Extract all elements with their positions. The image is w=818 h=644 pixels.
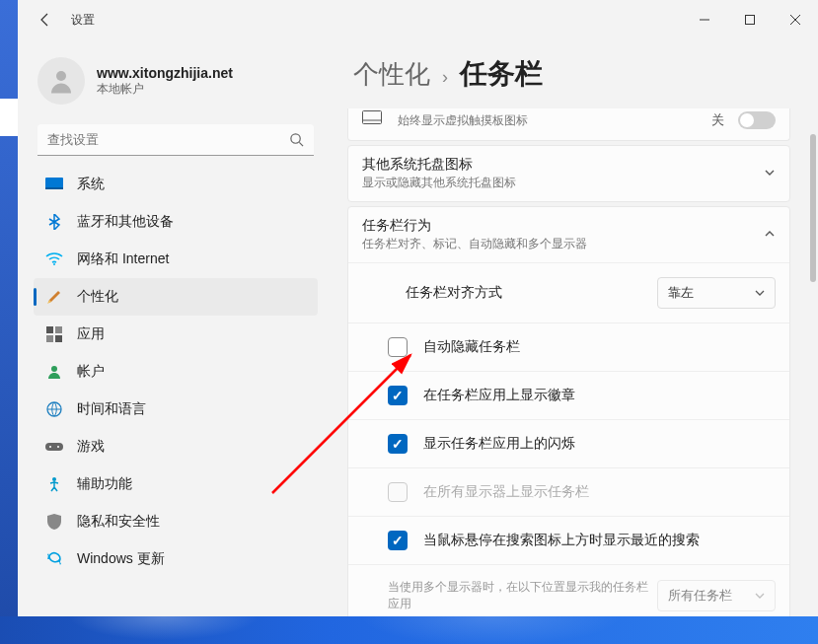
sidebar-item-time-language[interactable]: 时间和语言 — [34, 391, 318, 428]
svg-rect-0 — [746, 16, 755, 25]
window-title: 设置 — [71, 12, 95, 29]
nav-label: 游戏 — [77, 438, 105, 456]
nav-label: 个性化 — [77, 288, 118, 306]
svg-point-14 — [57, 446, 59, 448]
panel-tray-icons: 其他系统托盘图标 显示或隐藏其他系统托盘图标 — [347, 145, 790, 202]
panel-subtitle: 显示或隐藏其他系统托盘图标 — [362, 175, 764, 191]
access-icon — [45, 475, 63, 493]
main-content: 个性化 › 任务栏 始终显示虚拟触摸板图标 关 其他系统托盘图标 显示或隐藏其他… — [334, 45, 818, 616]
window-controls — [682, 4, 818, 36]
nav-label: 系统 — [77, 176, 105, 193]
panel-head[interactable]: 其他系统托盘图标 显示或隐藏其他系统托盘图标 — [348, 146, 789, 201]
settings-window: 设置 www.xitongzhijia.net 本地帐户 系统 蓝牙和其他 — [18, 0, 818, 616]
sidebar-item-privacy[interactable]: 隐私和安全性 — [34, 503, 318, 540]
game-icon — [45, 438, 63, 456]
panel-title: 其他系统托盘图标 — [362, 156, 764, 174]
search-icon — [289, 132, 304, 151]
sidebar-item-windows-update[interactable]: Windows 更新 — [34, 540, 318, 578]
svg-rect-4 — [45, 187, 63, 189]
row-badges[interactable]: 在任务栏应用上显示徽章 — [348, 371, 789, 419]
search-wrap — [37, 124, 314, 156]
panel-subtitle: 始终显示虚拟触摸板图标 — [398, 112, 711, 129]
svg-point-13 — [49, 446, 51, 448]
checkbox-badges[interactable] — [388, 386, 408, 405]
panel-subtitle: 任务栏对齐、标记、自动隐藏和多个显示器 — [362, 236, 764, 252]
row-alignment: 任务栏对齐方式 靠左 — [348, 262, 789, 322]
close-button[interactable] — [773, 4, 818, 36]
nav-label: 隐私和安全性 — [77, 513, 160, 531]
desktop-partial-icon — [0, 99, 18, 136]
panel-taskbar-behavior: 任务栏行为 任务栏对齐、标记、自动隐藏和多个显示器 任务栏对齐方式 靠左 自动隐… — [347, 206, 790, 616]
titlebar: 设置 — [18, 0, 818, 39]
minimize-button[interactable] — [682, 4, 727, 36]
touchpad-icon — [362, 110, 384, 130]
chevron-down-icon — [755, 288, 765, 298]
checkbox-all-displays — [388, 482, 408, 502]
row-auto-hide[interactable]: 自动隐藏任务栏 — [348, 322, 789, 371]
row-label: 在任务栏应用上显示徽章 — [423, 387, 776, 404]
nav-list: 系统 蓝牙和其他设备 网络和 Internet 个性化 应用 帐户 时间和语言 … — [28, 166, 324, 578]
multi-display-select: 所有任务栏 — [657, 580, 776, 611]
monitor-icon — [45, 176, 63, 193]
sidebar-item-accessibility[interactable]: 辅助功能 — [34, 465, 318, 503]
sidebar-item-network[interactable]: 网络和 Internet — [34, 241, 318, 278]
row-label: 在所有显示器上显示任务栏 — [423, 483, 776, 501]
chevron-up-icon — [764, 228, 776, 243]
select-value: 靠左 — [668, 284, 694, 302]
svg-point-2 — [291, 134, 300, 143]
wifi-icon — [45, 250, 63, 268]
account-name: www.xitongzhijia.net — [97, 65, 233, 81]
account-type: 本地帐户 — [97, 81, 233, 98]
nav-label: 帐户 — [77, 363, 105, 381]
shield-icon — [45, 513, 63, 531]
row-flash[interactable]: 显示任务栏应用上的闪烁 — [348, 419, 789, 467]
account-block[interactable]: www.xitongzhijia.net 本地帐户 — [28, 51, 324, 120]
row-multi-display: 当使用多个显示器时，在以下位置显示我的任务栏应用 所有任务栏 — [348, 564, 789, 616]
svg-rect-12 — [45, 443, 63, 451]
row-label: 当使用多个显示器时，在以下位置显示我的任务栏应用 — [388, 579, 657, 612]
sidebar-item-accounts[interactable]: 帐户 — [34, 353, 318, 391]
breadcrumb: 个性化 › 任务栏 — [334, 45, 804, 108]
update-icon — [45, 550, 63, 568]
panel-virtual-touchpad: 始终显示虚拟触摸板图标 关 — [347, 108, 790, 141]
svg-point-15 — [52, 477, 56, 481]
apps-icon — [45, 325, 63, 343]
svg-rect-9 — [55, 335, 62, 342]
person-icon — [45, 363, 63, 381]
row-label: 当鼠标悬停在搜索图标上方时显示最近的搜索 — [423, 532, 776, 549]
sidebar-item-gaming[interactable]: 游戏 — [34, 428, 318, 465]
checkbox-search-hover[interactable] — [388, 531, 408, 550]
breadcrumb-parent[interactable]: 个性化 — [353, 57, 430, 92]
toggle-switch[interactable] — [738, 111, 776, 129]
sidebar-item-apps[interactable]: 应用 — [34, 316, 318, 353]
back-button[interactable] — [30, 4, 61, 36]
alignment-select[interactable]: 靠左 — [657, 277, 776, 309]
svg-point-10 — [51, 366, 57, 372]
checkbox-flash[interactable] — [388, 434, 408, 454]
chevron-down-icon — [755, 591, 765, 601]
chevron-right-icon: › — [442, 67, 448, 88]
row-search-hover[interactable]: 当鼠标悬停在搜索图标上方时显示最近的搜索 — [348, 516, 789, 564]
checkbox-auto-hide[interactable] — [388, 337, 408, 357]
maximize-button[interactable] — [727, 4, 773, 36]
panel-head[interactable]: 始终显示虚拟触摸板图标 关 — [348, 108, 789, 140]
sidebar-item-system[interactable]: 系统 — [34, 166, 318, 203]
chevron-down-icon — [764, 167, 776, 181]
toggle-state-label: 关 — [711, 111, 724, 129]
avatar — [37, 57, 85, 105]
desktop-taskbar-strip — [0, 616, 818, 644]
sidebar-item-personalization[interactable]: 个性化 — [34, 278, 318, 316]
desktop-left-edge — [0, 0, 18, 644]
svg-rect-8 — [46, 335, 53, 342]
sidebar-item-bluetooth[interactable]: 蓝牙和其他设备 — [34, 203, 318, 241]
svg-point-1 — [56, 71, 66, 81]
nav-label: 辅助功能 — [77, 475, 132, 493]
scrollbar-thumb[interactable] — [810, 134, 816, 282]
globe-icon — [45, 400, 63, 418]
panel-head[interactable]: 任务栏行为 任务栏对齐、标记、自动隐藏和多个显示器 — [348, 207, 789, 262]
nav-label: 网络和 Internet — [77, 250, 169, 268]
search-input[interactable] — [37, 124, 314, 156]
nav-label: 应用 — [77, 325, 105, 343]
row-all-displays: 在所有显示器上显示任务栏 — [348, 467, 789, 516]
select-value: 所有任务栏 — [668, 587, 732, 605]
